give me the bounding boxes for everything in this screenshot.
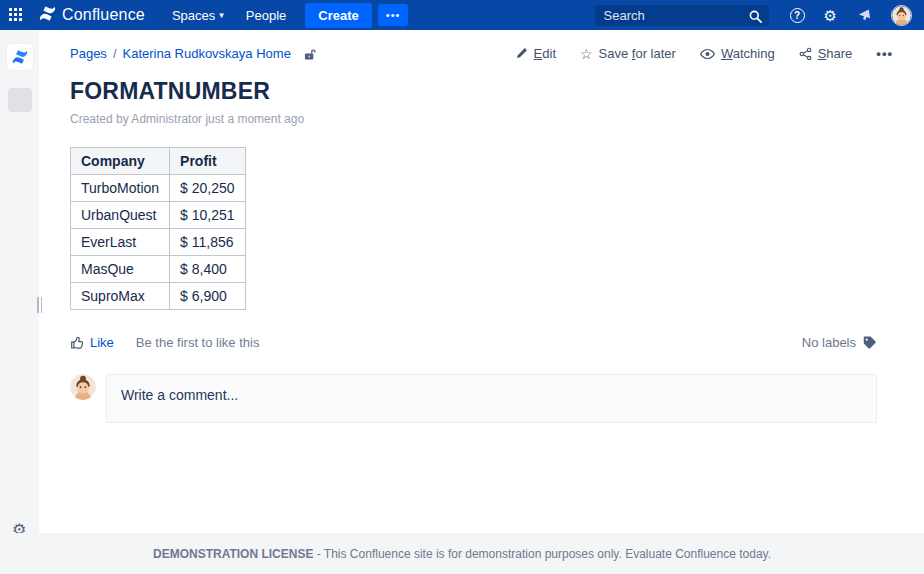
eye-icon [700, 48, 715, 60]
like-button[interactable]: Like [70, 335, 114, 350]
edit-button[interactable]: Edit [515, 46, 556, 61]
like-hint: Be the first to like this [136, 335, 260, 350]
license-footer: DEMONSTRATION LICENSE - This Confluence … [0, 533, 924, 574]
profit-cell: $ 20,250 [170, 175, 246, 202]
profit-cell: $ 11,856 [170, 229, 246, 256]
top-navigation-bar: Confluence Spaces ▾ People Create ••• ? … [0, 0, 924, 30]
tag-icon [862, 335, 877, 350]
app-switcher-icon[interactable] [9, 8, 23, 22]
nav-spaces[interactable]: Spaces ▾ [161, 0, 235, 30]
create-button[interactable]: Create [305, 3, 371, 28]
share-button[interactable]: Share [799, 46, 853, 61]
evaluate-link[interactable]: Evaluate Confluence today. [625, 547, 771, 561]
column-header-profit: Profit [170, 148, 246, 175]
help-icon[interactable]: ? [790, 8, 805, 23]
sidebar-item-placeholder[interactable] [8, 88, 32, 112]
table-header-row: Company Profit [71, 148, 246, 175]
page-more-button[interactable]: ••• [876, 46, 893, 61]
search-container [595, 5, 769, 26]
page-actions: Edit ☆ Save for later Watching [515, 46, 893, 61]
table-row: SuproMax$ 6,900 [71, 283, 246, 310]
table-row: MasQue$ 8,400 [71, 256, 246, 283]
search-icon[interactable] [749, 9, 762, 27]
user-avatar[interactable] [891, 5, 912, 26]
company-cell: TurboMotion [71, 175, 170, 202]
watching-button[interactable]: Watching [700, 46, 775, 61]
page-byline: Created by Administrator just a moment a… [70, 112, 893, 126]
column-header-company: Company [71, 148, 170, 175]
share-icon [799, 47, 812, 61]
profit-cell: $ 10,251 [170, 202, 246, 229]
breadcrumb: Pages / Katerina Rudkovskaya Home [70, 46, 317, 61]
license-label: DEMONSTRATION LICENSE [153, 547, 313, 561]
logo-wordmark: Confluence [62, 6, 145, 24]
breadcrumb-pages-link[interactable]: Pages [70, 46, 107, 61]
labels-button[interactable]: No labels [802, 335, 877, 350]
sidebar-resize-handle[interactable] [37, 297, 43, 313]
settings-icon[interactable]: ⚙ [824, 8, 837, 23]
sidebar-collapsed: ⚙ » [0, 30, 39, 574]
profit-cell: $ 6,900 [170, 283, 246, 310]
chevron-down-icon: ▾ [219, 11, 224, 20]
confluence-mark-icon [38, 4, 57, 27]
star-icon: ☆ [580, 47, 593, 61]
page-content: Pages / Katerina Rudkovskaya Home Edit ☆ [39, 30, 924, 533]
license-message: - This Confluence site is for demonstrat… [313, 547, 625, 561]
page-title: FORMATNUMBER [70, 78, 893, 105]
company-cell: EverLast [71, 229, 170, 256]
announcement-icon[interactable] [856, 7, 872, 23]
unrestricted-lock-icon[interactable] [303, 47, 317, 61]
company-cell: SuproMax [71, 283, 170, 310]
company-cell: UrbanQuest [71, 202, 170, 229]
space-logo[interactable] [7, 44, 33, 70]
page-table-body: TurboMotion$ 20,250UrbanQuest$ 10,251Eve… [71, 175, 246, 310]
confluence-logo[interactable]: Confluence [38, 4, 145, 27]
profit-cell: $ 8,400 [170, 256, 246, 283]
search-input[interactable] [595, 5, 769, 26]
thumbs-up-icon [70, 335, 85, 350]
commenter-avatar [70, 374, 96, 400]
nav-people[interactable]: People [235, 0, 297, 30]
comment-input[interactable]: Write a comment... [106, 374, 877, 423]
company-cell: MasQue [71, 256, 170, 283]
breadcrumb-separator: / [113, 46, 117, 61]
pencil-icon [515, 47, 528, 60]
create-more-button[interactable]: ••• [378, 4, 409, 26]
table-row: TurboMotion$ 20,250 [71, 175, 246, 202]
save-for-later-button[interactable]: ☆ Save for later [580, 46, 676, 61]
profit-table: Company Profit TurboMotion$ 20,250UrbanQ… [70, 147, 246, 310]
breadcrumb-current-link[interactable]: Katerina Rudkovskaya Home [123, 46, 291, 61]
table-row: EverLast$ 11,856 [71, 229, 246, 256]
table-row: UrbanQuest$ 10,251 [71, 202, 246, 229]
